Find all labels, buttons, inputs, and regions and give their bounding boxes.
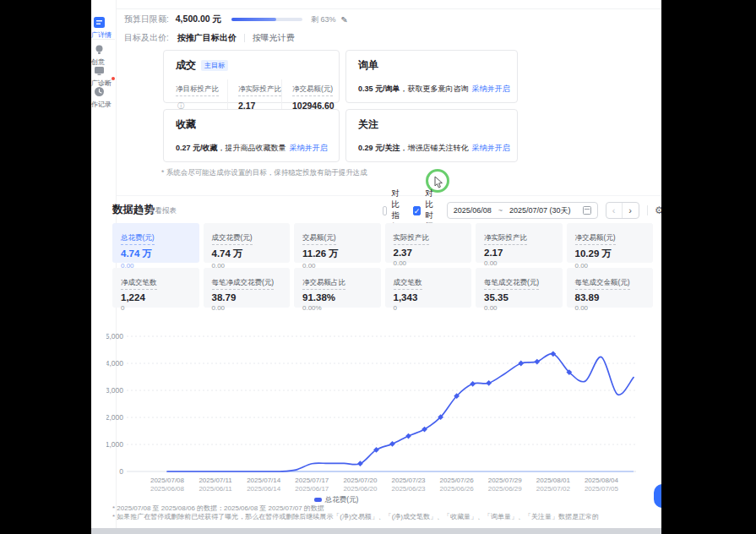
svg-text:2025/07/11: 2025/07/11 bbox=[199, 477, 232, 484]
bid-price: 0.29 元/关注 bbox=[358, 144, 400, 152]
metric-card-total-cost[interactable]: 总花费(元) 4.74 万 0.00 bbox=[112, 223, 199, 263]
metric-card-value: 1,343 bbox=[394, 292, 464, 302]
metric-card-label: 成交笔数 bbox=[394, 278, 422, 290]
chart-footnote-disclaimer: * 如果推广在暂停或删除前已经获得了曝光，那么在暂停或删除后继续展示「(净)交易… bbox=[112, 512, 599, 521]
metric-card-net-cost-per-order[interactable]: 每笔净成交花费(元) 38.79 0.00 bbox=[204, 268, 291, 308]
next-period-button[interactable]: › bbox=[623, 203, 639, 218]
goal-card-deal: 成交 主目标 净目标投产比ⓘ 2.45✎ 净实际投产比 2.17 净交易额(元)… bbox=[163, 50, 340, 103]
metric-card-compare-value: 0 bbox=[394, 304, 464, 312]
metric-card-value: 91.38% bbox=[302, 292, 373, 302]
mouse-cursor-icon bbox=[434, 177, 444, 188]
metric-card-value: 4.74 万 bbox=[212, 248, 282, 260]
metric-card-compare-value: 0.00 bbox=[394, 259, 464, 267]
svg-text:3,000: 3,000 bbox=[106, 386, 123, 395]
metric-card-compare-value: 0 bbox=[121, 304, 191, 312]
sidebar-item-label: 操作记录 bbox=[91, 100, 115, 109]
metric-card-net-roi[interactable]: 净实际投产比 2.17 0.00 bbox=[476, 223, 563, 263]
promotion-detail-panel: 推广详情 创意 推广诊断 操作记录 预算日限额: 4,500.00 元 剩 bbox=[91, 0, 661, 528]
clock-icon bbox=[94, 86, 105, 97]
metric-card-net-gmv-ratio[interactable]: 净交易额占比 91.38% 0.00% bbox=[294, 268, 381, 308]
svg-text:2025/07/08: 2025/07/08 bbox=[150, 477, 185, 484]
calendar-icon bbox=[583, 206, 591, 215]
bid-desc: ，提升商品收藏数量 bbox=[218, 144, 286, 152]
metric-card-label: 成交花费(元) bbox=[212, 233, 253, 245]
sidebar-divider bbox=[93, 39, 115, 40]
tab-bid-by-goal[interactable]: 按推广目标出价 bbox=[177, 32, 237, 44]
view-report-link[interactable]: 查看报表 bbox=[148, 206, 177, 216]
metric-card-value: 35.35 bbox=[484, 292, 554, 302]
adopt-enable-link[interactable]: 采纳并开启 bbox=[472, 144, 510, 152]
goal-card-title: 成交 bbox=[176, 58, 196, 73]
monitor-icon bbox=[94, 65, 105, 76]
notification-dot bbox=[111, 77, 115, 80]
svg-text:1,000: 1,000 bbox=[106, 440, 123, 449]
trend-metric-grid: 总花费(元) 4.74 万 0.00 成交花费(元) 4.74 万 0.00 交… bbox=[112, 223, 653, 308]
metric-card-compare-value: 0.00 bbox=[484, 304, 554, 312]
metric-card-value: 4.74 万 bbox=[121, 248, 191, 260]
header-divider bbox=[117, 8, 661, 9]
metric-label: 净交易额(元) bbox=[292, 84, 333, 96]
goal-card-follow: 关注 0.29 元/关注，增强店铺关注转化采纳并开启 bbox=[345, 109, 518, 162]
settings-gear-icon[interactable]: ⚙ bbox=[655, 204, 661, 216]
date-pager: ‹ › bbox=[606, 202, 639, 219]
trend-chart: 01,0002,0003,0004,0005,0002025/07/082025… bbox=[106, 323, 654, 496]
metric-card-compare-value: 0.00 bbox=[212, 304, 282, 312]
metric-card-net-gmv[interactable]: 净交易额(元) 10.29 万 0.00 bbox=[567, 223, 654, 263]
primary-goal-badge: 主目标 bbox=[201, 60, 228, 71]
metric-label: 净实际投产比 bbox=[238, 84, 281, 96]
goal-bid-row: 目标及出价: 按推广目标出价 按曝光计费 bbox=[124, 32, 295, 44]
adopt-enable-link[interactable]: 采纳并开启 bbox=[290, 144, 328, 152]
metric-card-value: 10.29 万 bbox=[575, 248, 645, 260]
metric-card-net-orders[interactable]: 净成交笔数 1,224 0 bbox=[112, 268, 199, 308]
metric-card-value: 11.26 万 bbox=[302, 248, 373, 260]
metric-card-label: 每笔净成交花费(元) bbox=[212, 278, 275, 290]
metric-card-orders[interactable]: 成交笔数 1,343 0 bbox=[385, 268, 472, 308]
metric-card-amount-per-order[interactable]: 每笔成交金额(元) 83.89 0.00 bbox=[567, 268, 654, 308]
metric-card-cost-per-order[interactable]: 每笔成交花费(元) 35.35 0.00 bbox=[476, 268, 563, 308]
metric-card-gmv[interactable]: 交易额(元) 11.26 万 0.00 bbox=[294, 223, 381, 263]
compare-metric-checkbox[interactable] bbox=[383, 206, 387, 215]
svg-text:2025/06/11: 2025/06/11 bbox=[199, 485, 232, 493]
compare-time-checkbox[interactable]: ✓ bbox=[413, 206, 422, 215]
metric-card-label: 交易额(元) bbox=[302, 233, 336, 245]
lightbulb-icon bbox=[94, 44, 105, 55]
daily-budget-row: 预算日限额: 4,500.00 元 剩 63% ✎ bbox=[124, 13, 348, 26]
adopt-enable-link[interactable]: 采纳并开启 bbox=[472, 84, 510, 93]
goal-card-title: 询单 bbox=[358, 58, 378, 73]
budget-progress-bar[interactable] bbox=[231, 18, 302, 21]
goal-card-title: 收藏 bbox=[176, 117, 196, 132]
section-divider bbox=[117, 195, 661, 196]
metric-card-value: 1,224 bbox=[121, 292, 191, 302]
daily-budget-value: 4,500.00 元 bbox=[176, 14, 221, 25]
metric-card-compare-value: 0.00% bbox=[302, 304, 373, 312]
goal-card-title: 关注 bbox=[358, 117, 378, 132]
legend-label: 总花费(元) bbox=[325, 495, 359, 504]
metric-card-value: 2.17 bbox=[484, 248, 554, 258]
window-bottom-edge bbox=[91, 528, 661, 534]
svg-text:2025/07/23: 2025/07/23 bbox=[391, 477, 426, 484]
metric-card-roi[interactable]: 实际投产比 2.37 0.00 bbox=[385, 223, 472, 263]
metric-card-deal-cost[interactable]: 成交花费(元) 4.74 万 0.00 bbox=[204, 223, 291, 263]
svg-text:2,000: 2,000 bbox=[106, 413, 123, 422]
metric-card-label: 净实际投产比 bbox=[484, 233, 527, 245]
date-range-separator: ~ bbox=[498, 206, 503, 215]
tab-separator bbox=[244, 34, 245, 42]
svg-text:2025/06/29: 2025/06/29 bbox=[488, 485, 523, 493]
metric-card-value: 2.37 bbox=[394, 248, 464, 258]
svg-text:2025/07/14: 2025/07/14 bbox=[247, 477, 281, 484]
metric-label: 净目标投产比 bbox=[176, 84, 219, 96]
edit-budget-icon[interactable]: ✎ bbox=[341, 15, 348, 25]
date-range-input[interactable]: 2025/06/08 ~ 2025/07/07 (30天) bbox=[447, 202, 598, 219]
prev-period-button[interactable]: ‹ bbox=[606, 203, 623, 218]
detail-icon bbox=[94, 17, 105, 28]
budget-remaining-label: 剩 63% bbox=[311, 14, 336, 25]
svg-text:2025/07/20: 2025/07/20 bbox=[343, 477, 378, 484]
metric-card-label: 实际投产比 bbox=[394, 233, 430, 245]
svg-text:0: 0 bbox=[119, 467, 123, 476]
floating-assistant-button[interactable] bbox=[654, 484, 661, 508]
metric-card-label: 净成交笔数 bbox=[121, 278, 157, 290]
tab-bid-by-exposure[interactable]: 按曝光计费 bbox=[253, 32, 295, 44]
goal-note: * 系统会尽可能达成你设置的目标，保持稳定投放有助于提升达成 bbox=[161, 168, 367, 178]
bid-desc: ，获取更多意向咨询 bbox=[400, 84, 469, 93]
svg-text:2025/06/08: 2025/06/08 bbox=[150, 485, 185, 493]
